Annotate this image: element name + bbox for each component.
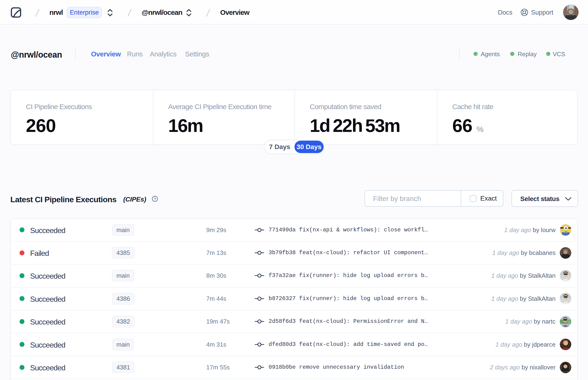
svg-text:?: ? xyxy=(154,197,156,201)
